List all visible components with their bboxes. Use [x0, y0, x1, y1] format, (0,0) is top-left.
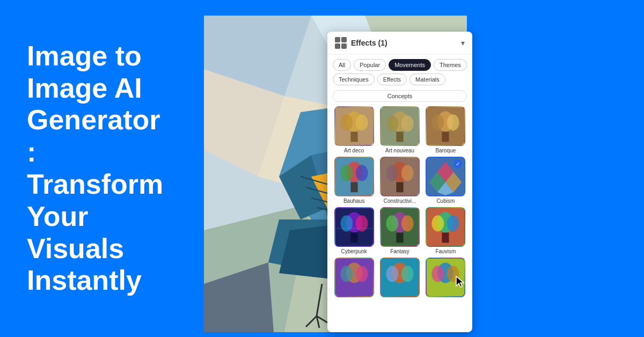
- grid-label-fantasy: Fantasy: [390, 248, 409, 254]
- svg-rect-57: [350, 182, 357, 192]
- panel-header: Effects (1) ▾: [327, 32, 472, 55]
- grid-label-fauvism: Fauvism: [435, 248, 456, 254]
- grid-item-bauhaus[interactable]: Bauhaus: [333, 157, 375, 204]
- svg-point-46: [401, 115, 414, 131]
- svg-rect-47: [396, 131, 403, 142]
- svg-point-55: [340, 165, 353, 181]
- svg-point-50: [432, 114, 444, 130]
- svg-point-56: [355, 165, 368, 181]
- effects-panel: Effects (1) ▾ All Popular Movements Them…: [327, 32, 472, 332]
- grid-item-partial-2[interactable]: [378, 258, 421, 299]
- grid-label-cubism: Cubism: [436, 198, 455, 204]
- filter-all[interactable]: All: [333, 59, 351, 71]
- grid-img-cubism: [426, 157, 465, 196]
- svg-point-60: [386, 165, 398, 181]
- svg-point-40: [340, 114, 353, 130]
- grid-img-fauvism: [426, 207, 465, 247]
- svg-point-71: [355, 215, 368, 231]
- filter-materials[interactable]: Materials: [409, 74, 445, 85]
- filter-popular[interactable]: Popular: [354, 59, 386, 71]
- svg-rect-62: [396, 182, 403, 192]
- grid-label-constructivi: Constructivi...: [384, 198, 416, 204]
- panel-title-row: Effects (1): [335, 37, 387, 49]
- svg-point-81: [432, 215, 444, 231]
- filter-tabs: All Popular Movements Themes Techniques …: [327, 55, 472, 90]
- svg-point-70: [340, 215, 353, 231]
- grid-item-art-nouveau[interactable]: Art nouveau: [378, 106, 421, 153]
- svg-point-77: [401, 215, 414, 231]
- svg-point-90: [386, 266, 398, 282]
- grid-label-art-deco: Art deco: [344, 148, 364, 153]
- grid-item-constructivi[interactable]: Constructivi...: [378, 157, 421, 204]
- svg-rect-72: [350, 232, 357, 243]
- grid-item-cubism[interactable]: Cubism: [425, 157, 467, 204]
- grid-img-art-nouveau: [380, 106, 420, 146]
- svg-rect-83: [442, 232, 449, 243]
- svg-point-45: [386, 115, 398, 131]
- svg-rect-52: [442, 131, 449, 142]
- svg-point-91: [401, 266, 414, 282]
- filter-techniques[interactable]: Techniques: [333, 74, 375, 85]
- grid-img-bauhaus: [334, 157, 374, 196]
- concepts-bar[interactable]: Concepts: [333, 90, 467, 102]
- panel-title: Effects (1): [351, 39, 387, 47]
- svg-point-76: [386, 215, 398, 231]
- grid-item-fauvism[interactable]: Fauvism: [425, 207, 467, 254]
- main-image-area: Effects (1) ▾ All Popular Movements Them…: [204, 16, 467, 332]
- cursor-icon: [455, 275, 466, 288]
- page-container: Image to Image AI Generator : Transform …: [0, 0, 644, 337]
- grid-item-partial-1[interactable]: [333, 258, 375, 299]
- hero-text-block: Image to Image AI Generator : Transform …: [0, 19, 204, 318]
- filter-row-1: All Popular Movements Themes: [333, 59, 467, 71]
- effects-grid: Art deco Art nouveau: [327, 106, 472, 299]
- chevron-down-icon[interactable]: ▾: [461, 39, 465, 47]
- svg-rect-78: [396, 232, 403, 243]
- grid-img-art-deco: [334, 106, 374, 146]
- grid-label-baroque: Baroque: [435, 148, 456, 153]
- grid-item-baroque[interactable]: Baroque: [425, 106, 467, 153]
- effects-icon: [335, 37, 347, 49]
- filter-effects[interactable]: Effects: [377, 74, 407, 85]
- grid-img-cyberpunk: [334, 207, 374, 247]
- svg-point-94: [432, 266, 444, 282]
- svg-point-41: [355, 114, 368, 130]
- grid-item-art-deco[interactable]: Art deco: [333, 106, 375, 153]
- grid-img-fantasy: [380, 207, 420, 247]
- svg-point-82: [447, 215, 459, 231]
- grid-item-cyberpunk[interactable]: Cyberpunk: [333, 207, 375, 254]
- grid-item-fantasy[interactable]: Fantasy: [378, 207, 421, 254]
- filter-movements[interactable]: Movements: [389, 59, 431, 71]
- filter-themes[interactable]: Themes: [434, 59, 467, 71]
- svg-rect-42: [350, 131, 357, 142]
- grid-img-partial-1: [334, 258, 374, 297]
- grid-label-cyberpunk: Cyberpunk: [341, 248, 367, 254]
- grid-label-art-nouveau: Art nouveau: [385, 148, 414, 153]
- svg-point-61: [401, 165, 414, 181]
- filter-row-2: Techniques Effects Materials: [333, 74, 467, 85]
- svg-point-51: [447, 114, 459, 130]
- svg-marker-96: [456, 276, 464, 287]
- hero-title: Image to Image AI Generator : Transform …: [27, 40, 163, 296]
- grid-img-partial-2: [380, 258, 420, 297]
- grid-label-bauhaus: Bauhaus: [343, 198, 364, 204]
- svg-point-86: [340, 266, 353, 282]
- grid-img-constructivi: [380, 157, 420, 196]
- svg-point-87: [355, 266, 368, 282]
- grid-img-baroque: [426, 106, 465, 146]
